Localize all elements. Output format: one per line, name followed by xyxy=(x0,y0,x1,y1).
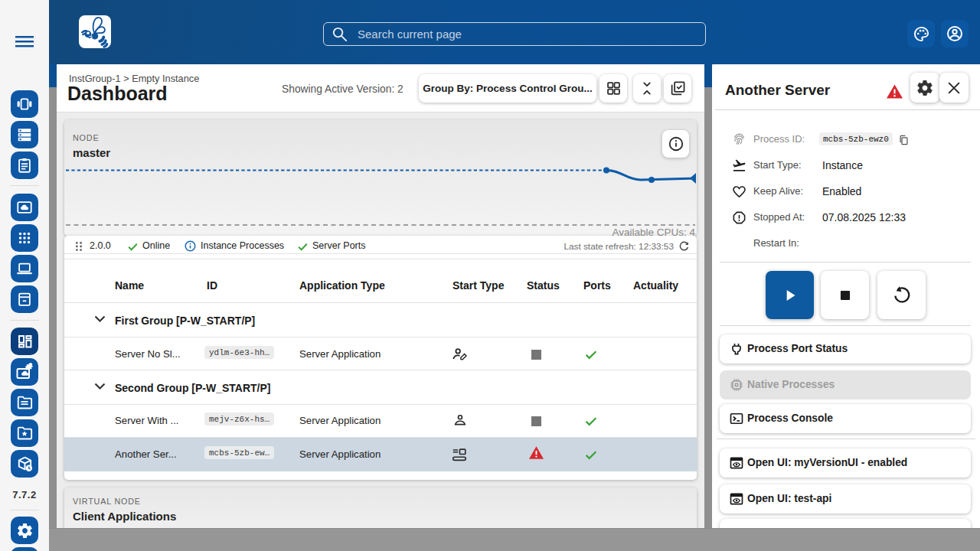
svg-text:Available CPUs: 4: Available CPUs: 4 xyxy=(612,227,695,236)
